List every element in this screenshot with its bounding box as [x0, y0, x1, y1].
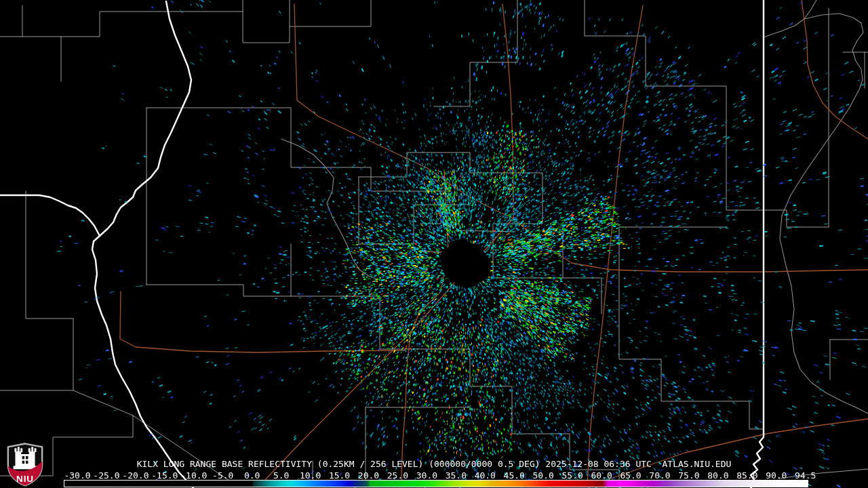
colorbar-tick-label: 80.0 — [707, 470, 728, 481]
colorbar-tick-label: 90.0 — [766, 470, 787, 481]
reflectivity-colorbar — [64, 480, 808, 487]
colorbar-tick-label: 0.0 — [244, 470, 260, 481]
colorbar-tick-label: 85.0 — [736, 470, 757, 481]
colorbar-tick-label: -20.0 — [122, 470, 149, 481]
colorbar-tick-label: 55.0 — [561, 470, 583, 481]
colorbar-tick-labels: -30.0-25.0-20.0-15.0-10.0-5.00.05.010.01… — [0, 470, 868, 480]
colorbar-tick-label: 50.0 — [533, 470, 554, 481]
niu-logo: NIU — [5, 442, 45, 487]
colorbar-tick-label: 94.5 — [795, 470, 816, 481]
colorbar-tick-label: 10.0 — [300, 470, 321, 481]
reflectivity-colorbar-gradient — [64, 481, 808, 487]
niu-logo-text: NIU — [16, 474, 34, 484]
colorbar-tick-label: 70.0 — [649, 470, 670, 481]
colorbar-tick-label: -15.0 — [151, 470, 178, 481]
colorbar-tick-label: 45.0 — [504, 470, 525, 481]
colorbar-tick-label: 40.0 — [475, 470, 496, 481]
radar-viewer-screen: KILX LONG RANGE BASE REFLECTIVITY (0.25K… — [0, 0, 868, 488]
status-text: KILX LONG RANGE BASE REFLECTIVITY (0.25K… — [0, 459, 868, 469]
colorbar-tick-label: 75.0 — [678, 470, 699, 481]
colorbar-tick-label: 25.0 — [387, 470, 408, 481]
colorbar-tick-label: 5.0 — [273, 470, 289, 481]
colorbar-tick-label: -10.0 — [180, 470, 207, 481]
colorbar-tick-label: 15.0 — [329, 470, 350, 481]
colorbar-tick-label: 65.0 — [620, 470, 641, 481]
radar-map-canvas — [0, 0, 868, 488]
colorbar-tick-label: 35.0 — [446, 470, 467, 481]
colorbar-tick-label: -25.0 — [93, 470, 119, 481]
colorbar-tick-label: -30.0 — [64, 470, 90, 481]
colorbar-tick-label: -5.0 — [212, 470, 233, 481]
colorbar-tick-label: 30.0 — [416, 470, 437, 481]
colorbar-tick-label: 20.0 — [358, 470, 379, 481]
colorbar-tick-label: 60.0 — [591, 470, 612, 481]
